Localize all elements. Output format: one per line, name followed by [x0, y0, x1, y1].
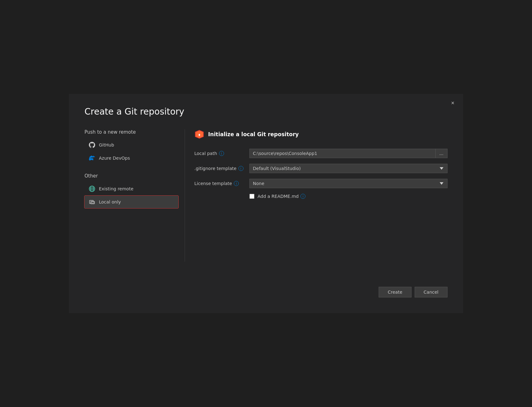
panel-header: ♦ Initialize a local Git repository	[194, 129, 448, 139]
gitignore-row: .gitignore template i Default (VisualStu…	[194, 164, 448, 173]
cancel-button[interactable]: Cancel	[415, 287, 448, 297]
gitignore-info-icon[interactable]: i	[238, 166, 243, 171]
sidebar: Push to a new remote GitHub Azure DevOps	[84, 129, 185, 262]
sidebar-item-existing-remote[interactable]: Existing remote	[84, 183, 178, 195]
readme-checkbox[interactable]	[249, 194, 254, 199]
gitignore-select[interactable]: Default (VisualStudio)	[249, 164, 448, 173]
sidebar-item-azure[interactable]: Azure DevOps	[84, 152, 178, 164]
license-select[interactable]: None	[249, 179, 448, 188]
azure-devops-icon	[89, 155, 95, 161]
local-only-icon	[89, 199, 95, 205]
gitignore-label: .gitignore template i	[194, 166, 244, 171]
local-path-label: Local path i	[194, 151, 244, 156]
push-section-title: Push to a new remote	[84, 129, 178, 135]
github-label: GitHub	[99, 142, 114, 147]
globe-icon	[89, 186, 95, 192]
local-only-label: Local only	[99, 199, 121, 204]
close-button[interactable]: ×	[448, 99, 457, 107]
dialog-title: Create a Git repository	[84, 106, 448, 117]
readme-row: Add a README.md i	[194, 194, 448, 199]
svg-text:♦: ♦	[198, 132, 200, 137]
license-label: License template i	[194, 181, 244, 186]
local-path-info-icon[interactable]: i	[219, 151, 224, 156]
github-icon	[89, 142, 95, 148]
create-git-repository-dialog: × Create a Git repository Push to a new …	[69, 94, 463, 313]
readme-label[interactable]: Add a README.md i	[258, 194, 305, 199]
browse-button[interactable]: ...	[436, 149, 448, 158]
license-info-icon[interactable]: i	[234, 181, 239, 186]
panel-title: Initialize a local Git repository	[208, 131, 299, 137]
visual-studio-icon: ♦	[194, 129, 204, 139]
azure-devops-label: Azure DevOps	[99, 156, 130, 161]
create-button[interactable]: Create	[379, 287, 412, 297]
sidebar-item-local-only[interactable]: Local only	[84, 196, 178, 208]
license-row: License template i None	[194, 179, 448, 188]
readme-info-icon[interactable]: i	[300, 194, 305, 199]
local-path-row: Local path i ...	[194, 149, 448, 158]
other-section-title: Other	[84, 173, 178, 179]
local-path-input-group: ...	[249, 149, 448, 158]
local-path-input[interactable]	[249, 149, 436, 158]
sidebar-item-github[interactable]: GitHub	[84, 139, 178, 151]
dialog-footer: Create Cancel	[84, 281, 448, 297]
main-panel: ♦ Initialize a local Git repository Loca…	[185, 129, 448, 262]
existing-remote-label: Existing remote	[99, 186, 133, 191]
